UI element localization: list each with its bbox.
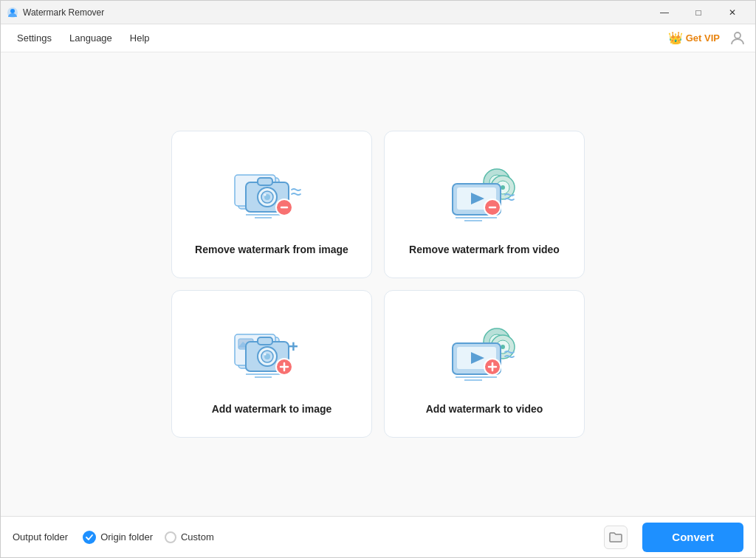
add-image-icon-area: + bbox=[227, 317, 316, 391]
user-icon[interactable] bbox=[729, 30, 746, 47]
remove-image-card[interactable]: Remove watermark from image bbox=[171, 131, 372, 278]
main-content: Remove watermark from image bbox=[1, 52, 755, 516]
minimize-button[interactable]: — bbox=[647, 1, 681, 24]
remove-image-illustration bbox=[231, 162, 312, 228]
add-video-illustration bbox=[444, 321, 525, 388]
svg-point-1 bbox=[10, 9, 15, 13]
title-bar-left: Watermark Remover bbox=[7, 7, 104, 18]
custom-radio[interactable] bbox=[165, 531, 176, 543]
svg-rect-34 bbox=[258, 337, 272, 345]
menu-bar-left: Settings Language Help bbox=[10, 30, 157, 46]
browse-folder-button[interactable] bbox=[604, 526, 628, 549]
svg-point-38 bbox=[264, 354, 267, 356]
menu-bar: Settings Language Help 👑 Get VIP bbox=[1, 24, 755, 52]
menu-bar-right: 👑 Get VIP bbox=[668, 30, 746, 47]
radio-group: Origin folder Custom bbox=[83, 531, 214, 544]
remove-video-icon-area bbox=[440, 158, 529, 232]
app-title: Watermark Remover bbox=[23, 7, 104, 18]
convert-button[interactable]: Convert bbox=[642, 523, 743, 552]
remove-image-label: Remove watermark from image bbox=[195, 244, 348, 255]
add-image-label: Add watermark to image bbox=[212, 403, 332, 415]
title-bar-controls: — □ ✕ bbox=[647, 1, 749, 24]
close-button[interactable]: ✕ bbox=[715, 1, 749, 24]
custom-label: Custom bbox=[181, 531, 214, 542]
remove-video-card[interactable]: Remove watermark from video bbox=[384, 131, 585, 278]
origin-folder-option[interactable]: Origin folder bbox=[83, 531, 153, 544]
settings-menu[interactable]: Settings bbox=[10, 30, 59, 46]
svg-point-2 bbox=[735, 32, 740, 38]
crown-icon: 👑 bbox=[668, 31, 683, 45]
folder-icon bbox=[609, 531, 622, 543]
remove-video-illustration bbox=[444, 162, 525, 228]
custom-option[interactable]: Custom bbox=[165, 531, 214, 543]
title-bar: Watermark Remover — □ ✕ bbox=[1, 1, 755, 24]
add-video-label: Add watermark to video bbox=[426, 403, 543, 415]
add-image-card[interactable]: + Add watermark to image bbox=[171, 290, 372, 438]
origin-folder-radio[interactable] bbox=[83, 531, 96, 544]
output-folder-label: Output folder bbox=[13, 531, 68, 542]
language-menu[interactable]: Language bbox=[62, 30, 120, 46]
svg-point-10 bbox=[264, 194, 267, 196]
add-video-icon-area bbox=[440, 317, 529, 391]
add-video-card[interactable]: Add watermark to video bbox=[384, 290, 585, 438]
bottom-bar: Output folder Origin folder Custom Conve… bbox=[1, 516, 755, 557]
svg-text:+: + bbox=[289, 337, 298, 356]
cards-grid: Remove watermark from image bbox=[171, 131, 585, 438]
add-image-illustration: + bbox=[231, 321, 312, 388]
maximize-button[interactable]: □ bbox=[681, 1, 715, 24]
app-icon bbox=[7, 7, 18, 18]
remove-video-label: Remove watermark from video bbox=[409, 244, 560, 255]
origin-folder-label: Origin folder bbox=[100, 531, 153, 542]
help-menu[interactable]: Help bbox=[123, 30, 157, 46]
remove-image-icon-area bbox=[227, 158, 316, 232]
vip-label: Get VIP bbox=[686, 32, 720, 44]
get-vip-button[interactable]: 👑 Get VIP bbox=[668, 31, 720, 45]
svg-rect-6 bbox=[258, 178, 272, 185]
